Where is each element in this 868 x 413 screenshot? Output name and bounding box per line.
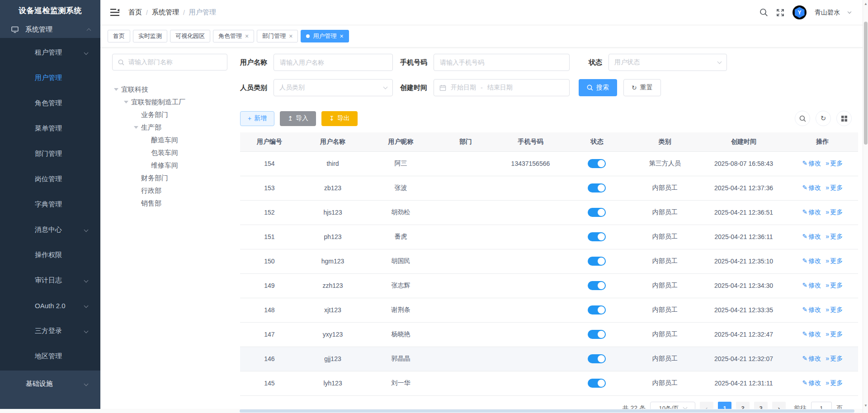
close-icon[interactable]: × <box>245 33 249 39</box>
more-link[interactable]: »更多 <box>826 306 843 313</box>
status-toggle[interactable] <box>588 232 606 241</box>
table-row[interactable]: 149zzh123张志辉内部员工2025-04-21 12:34:30✎修改»更… <box>240 273 858 298</box>
import-button[interactable]: ↥ 导入 <box>280 111 316 126</box>
more-link[interactable]: »更多 <box>826 282 843 289</box>
status-toggle[interactable] <box>588 208 606 217</box>
status-toggle[interactable] <box>588 305 606 314</box>
status-toggle[interactable] <box>588 183 606 192</box>
table-row[interactable]: 151ph123番虎内部员工2025-04-21 12:36:11✎修改»更多 <box>240 225 858 249</box>
tab[interactable]: 首页 <box>108 30 130 42</box>
add-button[interactable]: + 新增 <box>240 111 274 126</box>
tab[interactable]: 用户管理× <box>301 30 349 42</box>
sidebar-item[interactable]: 岗位管理 <box>0 166 100 192</box>
sidebar-item[interactable]: 地区管理 <box>0 343 100 369</box>
more-link[interactable]: »更多 <box>826 355 843 362</box>
edit-link[interactable]: ✎修改 <box>802 184 821 191</box>
username-input[interactable] <box>274 54 393 71</box>
table-row[interactable]: 146gjj123郭晶晶内部员工2025-04-21 12:32:07✎修改»更… <box>240 347 858 371</box>
more-link[interactable]: »更多 <box>826 160 843 167</box>
breadcrumb-system-management[interactable]: 系统管理 <box>152 8 179 17</box>
more-link[interactable]: »更多 <box>826 330 843 338</box>
scroll-down-arrow-icon[interactable]: ▼ <box>863 404 868 408</box>
refresh-icon[interactable]: ↻ <box>816 111 831 126</box>
status-toggle[interactable] <box>588 354 606 363</box>
more-link[interactable]: »更多 <box>826 208 843 216</box>
sidebar-item[interactable]: 消息中心 <box>0 217 100 242</box>
sidebar-item[interactable]: 租户管理 <box>0 40 100 65</box>
edit-link[interactable]: ✎修改 <box>802 330 821 338</box>
more-link[interactable]: »更多 <box>826 379 843 386</box>
sidebar-item[interactable]: 三方登录 <box>0 318 100 343</box>
breadcrumb-home[interactable]: 首页 <box>128 8 142 17</box>
tree-node[interactable]: 宜联智能制造工厂 <box>112 96 227 108</box>
edit-link[interactable]: ✎修改 <box>802 208 821 216</box>
reset-button[interactable]: ↻ 重置 <box>623 79 661 96</box>
tree-expand-caret-icon[interactable] <box>114 88 121 91</box>
username[interactable]: 青山碧水 <box>815 9 840 17</box>
tree-node[interactable]: 酿造车间 <box>112 134 227 146</box>
status-toggle[interactable] <box>588 379 606 388</box>
sidebar-item[interactable]: 字典管理 <box>0 192 100 217</box>
sidebar-item[interactable]: 操作权限 <box>0 242 100 268</box>
column-settings-grid-icon[interactable] <box>836 111 852 126</box>
table-row[interactable]: 153zb123张波内部员工2025-04-21 12:37:36✎修改»更多 <box>240 176 858 200</box>
sidebar-section-system-management[interactable]: 系统管理 <box>0 21 100 38</box>
search-icon[interactable] <box>760 8 768 17</box>
horizontal-scrollbar-thumb[interactable] <box>240 409 854 413</box>
close-icon[interactable]: × <box>289 33 292 39</box>
sidebar-item[interactable]: 审计日志 <box>0 268 100 293</box>
user-menu-caret-icon[interactable] <box>848 10 851 14</box>
tree-expand-caret-icon[interactable] <box>134 126 141 129</box>
avatar[interactable]: Y <box>793 5 807 19</box>
tree-node[interactable]: 生产部 <box>112 121 227 134</box>
status-toggle[interactable] <box>588 330 606 339</box>
edit-link[interactable]: ✎修改 <box>802 355 821 362</box>
more-link[interactable]: »更多 <box>826 233 843 240</box>
tree-expand-caret-icon[interactable] <box>124 101 131 103</box>
search-button[interactable]: 搜索 <box>579 79 617 96</box>
table-row[interactable]: 150hgm123胡国民内部员工2025-04-21 12:35:10✎修改»更… <box>240 249 858 273</box>
edit-link[interactable]: ✎修改 <box>802 257 821 264</box>
status-toggle[interactable] <box>588 257 606 266</box>
edit-link[interactable]: ✎修改 <box>802 282 821 289</box>
tree-node[interactable]: 行政部 <box>112 184 227 197</box>
status-select[interactable]: 用户状态 <box>609 54 727 71</box>
tree-node[interactable]: 业务部门 <box>112 108 227 121</box>
person-type-select[interactable]: 人员类别 <box>274 79 393 96</box>
edit-link[interactable]: ✎修改 <box>802 379 821 386</box>
tab[interactable]: 可视化园区 <box>170 30 210 42</box>
fullscreen-icon[interactable] <box>776 9 784 17</box>
tree-node[interactable]: 财务部门 <box>112 172 227 184</box>
sidebar-item[interactable]: 菜单管理 <box>0 116 100 141</box>
tree-node[interactable]: 销售部 <box>112 197 227 210</box>
vertical-scrollbar-thumb[interactable] <box>864 22 868 145</box>
vertical-scrollbar[interactable]: ▲ ▼ <box>863 0 868 413</box>
table-row[interactable]: 148xjt123谢荆条内部员工2025-04-21 12:33:35✎修改»更… <box>240 298 858 322</box>
table-row[interactable]: 152hjs123胡劲松内部员工2025-04-21 12:36:51✎修改»更… <box>240 200 858 225</box>
sidebar-item[interactable]: 用户管理 <box>0 65 100 90</box>
table-row[interactable]: 147yxy123杨晓艳内部员工2025-04-21 12:32:47✎修改»更… <box>240 322 858 347</box>
tab[interactable]: 部门管理× <box>257 30 298 42</box>
tab[interactable]: 角色管理× <box>213 30 254 42</box>
dept-search-input[interactable]: 请输入部门名称 <box>112 54 227 70</box>
table-row[interactable]: 145lyh123刘一华内部员工2025-04-21 12:31:11✎修改»更… <box>240 371 858 395</box>
more-link[interactable]: »更多 <box>826 184 843 191</box>
edit-link[interactable]: ✎修改 <box>802 160 821 167</box>
scroll-up-arrow-icon[interactable]: ▲ <box>863 2 868 6</box>
tree-node[interactable]: 宜联科技 <box>112 83 227 96</box>
phone-input[interactable] <box>434 54 570 71</box>
sidebar-item-infrastructure[interactable]: 基础设施 <box>0 371 100 397</box>
tab[interactable]: 实时监测 <box>133 30 167 42</box>
close-icon[interactable]: × <box>340 33 343 39</box>
sidebar-item[interactable]: 部门管理 <box>0 141 100 166</box>
export-button[interactable]: ↧ 导出 <box>321 111 358 126</box>
edit-link[interactable]: ✎修改 <box>802 306 821 313</box>
sidebar-item[interactable]: OAuth 2.0 <box>0 293 100 318</box>
more-link[interactable]: »更多 <box>826 257 843 264</box>
table-row[interactable]: 154third阿三13437156566第三方人员2025-08-07 16:… <box>240 151 858 176</box>
horizontal-scrollbar[interactable] <box>0 409 868 413</box>
status-toggle[interactable] <box>588 159 606 168</box>
sidebar-item[interactable]: 角色管理 <box>0 90 100 116</box>
sidebar-fold-icon[interactable] <box>110 9 119 16</box>
tree-node[interactable]: 包装车间 <box>112 146 227 159</box>
